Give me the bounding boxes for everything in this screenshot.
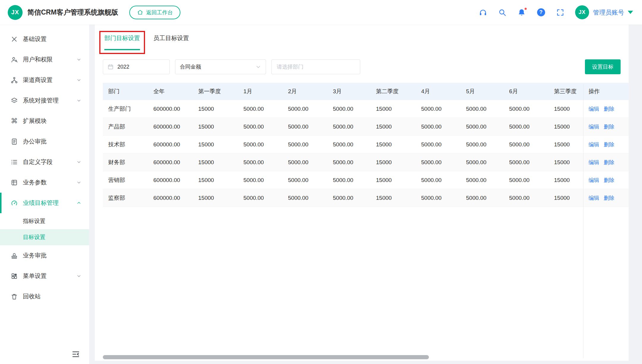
sidebar-item-channel-settings[interactable]: 渠道商设置 [0, 70, 89, 90]
column-header: 6月 [504, 88, 549, 95]
app-title: 简信CRM客户管理系统旗舰版 [27, 8, 118, 17]
table-cell: 5000.00 [461, 177, 504, 183]
department-input[interactable] [276, 64, 355, 70]
amount-type-value: 合同金额 [180, 63, 201, 70]
sidebar-item-label: 用户和权限 [23, 56, 53, 64]
column-header: 第二季度 [371, 88, 416, 95]
edit-link[interactable]: 编辑 [588, 141, 599, 148]
calendar-icon [108, 64, 114, 70]
delete-link[interactable]: 删除 [604, 141, 614, 148]
collapse-sidebar-icon[interactable] [71, 350, 80, 359]
sidebar-item-basic-settings[interactable]: 基础设置 [0, 29, 89, 49]
edit-link[interactable]: 编辑 [588, 105, 599, 113]
table-cell: 5000.00 [504, 159, 549, 166]
table-cell: 5000.00 [504, 106, 549, 112]
tab-bar: 部门目标设置员工目标设置 [104, 34, 629, 50]
sidebar-item-office-approval[interactable]: 办公审批 [0, 131, 89, 152]
table-row: 产品部600000.00150005000.005000.005000.0015… [103, 118, 629, 136]
sidebar-item-custom-fields[interactable]: 自定义字段 [0, 152, 89, 172]
sidebar-item-extension-modules[interactable]: ⌘扩展模块 [0, 111, 89, 131]
table-cell: 技术部 [103, 141, 148, 148]
table-cell: 15000 [371, 106, 416, 112]
row-actions: 编辑删除 [583, 194, 629, 202]
bell-icon[interactable] [517, 8, 526, 17]
chevron-down-icon [76, 273, 81, 278]
page-body: 基础设置用户和权限渠道商设置系统对接管理⌘扩展模块办公审批自定义字段业务参数业绩… [0, 25, 642, 364]
edit-link[interactable]: 编辑 [588, 177, 599, 184]
header-actions: ? JX 管理员账号 [479, 5, 633, 19]
table-cell: 5000.00 [461, 159, 504, 166]
table-cell: 600000.00 [148, 124, 193, 130]
horizontal-scrollbar[interactable] [103, 355, 429, 359]
table-cell: 5000.00 [504, 141, 549, 148]
tab-dept-target[interactable]: 部门目标设置 [104, 34, 140, 50]
table-cell: 15000 [371, 159, 416, 166]
set-target-button[interactable]: 设置目标 [585, 59, 621, 74]
chevron-down-icon [76, 159, 81, 164]
sidebar-item-menu-settings[interactable]: 菜单设置 [0, 266, 89, 286]
sidebar-subitem-label: 目标设置 [23, 233, 45, 241]
tab-employee-target[interactable]: 员工目标设置 [153, 34, 189, 50]
column-header: 4月 [416, 88, 461, 95]
sidebar: 基础设置用户和权限渠道商设置系统对接管理⌘扩展模块办公审批自定义字段业务参数业绩… [0, 25, 89, 364]
account-name[interactable]: 管理员账号 [593, 8, 624, 17]
notification-dot [524, 7, 527, 10]
chevron-up-icon [76, 200, 81, 205]
caret-down-icon[interactable] [628, 11, 633, 14]
content-card: 部门目标设置员工目标设置 合同金额 设置目标 部门全年第一季度1月2月3月第二季… [95, 25, 629, 361]
table-cell: 15000 [549, 106, 583, 112]
row-actions: 编辑删除 [583, 159, 629, 166]
year-input[interactable] [117, 64, 165, 70]
delete-link[interactable]: 删除 [604, 159, 614, 166]
sidebar-subitem-goal-settings[interactable]: 目标设置 [0, 229, 89, 245]
table-cell: 5000.00 [461, 141, 504, 148]
help-icon[interactable]: ? [537, 8, 545, 17]
delete-link[interactable]: 删除 [604, 105, 614, 113]
edit-link[interactable]: 编辑 [588, 123, 599, 130]
sidebar-item-label: 业绩目标管理 [23, 199, 59, 207]
search-icon[interactable] [498, 8, 506, 17]
avatar[interactable]: JX [575, 5, 589, 19]
column-header: 部门 [103, 88, 148, 95]
sidebar-item-business-params[interactable]: 业务参数 [0, 172, 89, 193]
sidebar-item-users-permissions[interactable]: 用户和权限 [0, 49, 89, 70]
table-cell: 5000.00 [283, 124, 328, 130]
table-cell: 5000.00 [283, 106, 328, 112]
sidebar-item-label: 办公审批 [23, 137, 47, 145]
table-cell: 600000.00 [148, 159, 193, 166]
delete-link[interactable]: 删除 [604, 194, 614, 202]
table-cell: 监察部 [103, 194, 148, 202]
document-icon [11, 138, 18, 145]
back-to-workbench-button[interactable]: 返回工作台 [129, 6, 180, 19]
sidebar-item-performance-target[interactable]: 业绩目标管理 [0, 193, 89, 213]
table-cell: 15000 [193, 124, 238, 130]
delete-link[interactable]: 删除 [604, 123, 614, 130]
amount-type-select[interactable]: 合同金额 [175, 59, 266, 74]
sidebar-item-business-approval[interactable]: 业务审批 [0, 245, 89, 266]
table-cell: 5000.00 [416, 141, 461, 148]
table-cell: 5000.00 [504, 177, 549, 183]
table-cell: 5000.00 [416, 195, 461, 201]
sidebar-item-recycle-bin[interactable]: 回收站 [0, 286, 89, 307]
sidebar-item-system-integration[interactable]: 系统对接管理 [0, 90, 89, 111]
sidebar-item-label: 渠道商设置 [23, 76, 53, 84]
fullscreen-icon[interactable] [556, 8, 564, 17]
table-cell: 5000.00 [416, 177, 461, 183]
stamp-icon [11, 252, 18, 259]
sidebar-item-label: 扩展模块 [23, 117, 47, 125]
channel-icon [11, 77, 18, 84]
edit-link[interactable]: 编辑 [588, 159, 599, 166]
delete-link[interactable]: 删除 [604, 177, 614, 184]
top-header: JX 简信CRM客户管理系统旗舰版 返回工作台 ? JX 管理员账号 [0, 0, 642, 25]
department-filter[interactable] [271, 59, 360, 74]
year-filter[interactable] [103, 59, 170, 74]
row-actions: 编辑删除 [583, 123, 629, 130]
edit-link[interactable]: 编辑 [588, 194, 599, 202]
headset-icon[interactable] [479, 8, 487, 17]
table-cell: 5000.00 [238, 195, 283, 201]
table-row: 营销部600000.00150005000.005000.005000.0015… [103, 171, 629, 189]
row-actions: 编辑删除 [583, 141, 629, 148]
table-cell: 15000 [193, 195, 238, 201]
sidebar-subitem-indicator-settings[interactable]: 指标设置 [0, 213, 89, 229]
table-cell: 15000 [193, 141, 238, 148]
